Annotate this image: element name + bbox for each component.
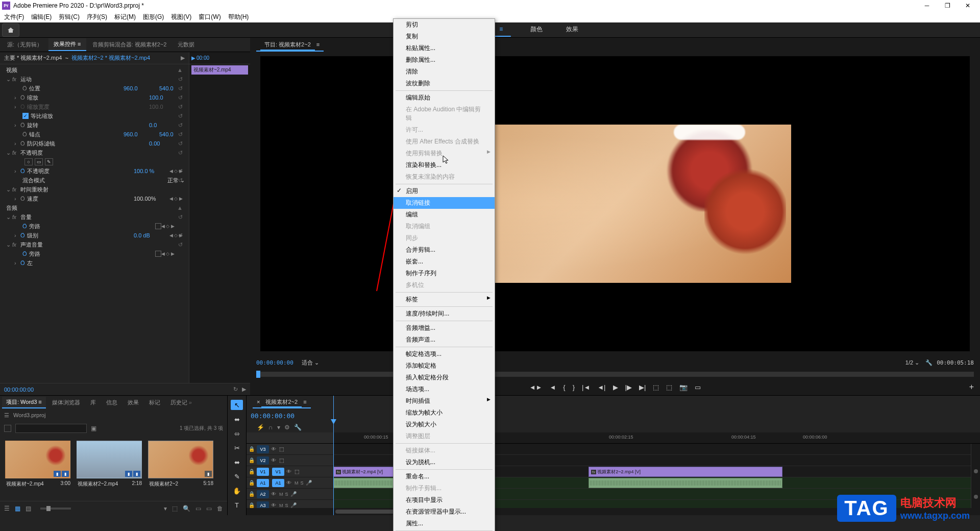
tab-markers[interactable]: 标记 [145, 397, 164, 408]
home-button[interactable] [2, 23, 19, 37]
play-icon[interactable]: ▶ [613, 383, 618, 391]
minimize-button[interactable]: ─ [917, 0, 937, 11]
menu-item[interactable]: 缩放为帧大小 [394, 407, 495, 419]
rect-mask[interactable]: ▭ [35, 158, 43, 165]
ingest-icon[interactable]: ▣ [91, 425, 96, 432]
menu-item[interactable]: 速度/持续时间... [394, 308, 495, 320]
menu-item[interactable]: 嵌套... [394, 256, 495, 268]
menu-item[interactable]: 插入帧定格分段 [394, 372, 495, 383]
lift-icon[interactable]: ⬚ [653, 383, 659, 391]
export-frame-icon[interactable]: 📷 [679, 383, 688, 391]
export-icon[interactable]: ▶ [242, 386, 246, 393]
eye-icon[interactable]: 👁 [271, 446, 277, 452]
menu-item[interactable]: 复制 [394, 31, 495, 42]
pen-tool-icon[interactable]: ✎ [231, 471, 243, 481]
go-end-icon[interactable]: ▶| [639, 383, 646, 391]
ripple-tool-icon[interactable]: ⬄ [231, 428, 243, 439]
tab-effects[interactable]: 效果 [124, 397, 143, 408]
track-v1-header[interactable]: 🔒V1V1👁⬚ [247, 466, 333, 477]
tab-libraries[interactable]: 库 [86, 397, 100, 408]
breadcrumb-back-icon[interactable]: ☰ [4, 412, 9, 419]
timeline-ruler[interactable]: 00:00:00:15 00:00:02:15 00:00:04:15 00:0… [247, 432, 980, 444]
reset-icon[interactable]: ↺ [178, 76, 183, 83]
channel-volume-row[interactable]: ⌄fx声道音量↺ [4, 240, 185, 249]
effect-mini-timeline[interactable]: ▶00:00 视频素材~2.mp4 [189, 52, 250, 383]
opacity-row[interactable]: ⌄fx不透明度↺ [4, 148, 185, 157]
collapse-icon[interactable]: ▲ [177, 67, 183, 73]
hand-tool-icon[interactable]: ✋ [231, 486, 243, 496]
timecode-left[interactable]: 00:00:00:00 [256, 359, 293, 366]
workspace-color[interactable]: 颜色 [526, 23, 547, 37]
menu-item[interactable]: 制作子序列 [394, 268, 495, 279]
tab-media-browser[interactable]: 媒体浏览器 [48, 397, 84, 408]
menu-clip[interactable]: 剪辑(C) [59, 13, 80, 21]
loop-icon[interactable]: ↻ [233, 386, 238, 393]
menu-item[interactable]: ✓启用 [394, 185, 495, 197]
tab-effect-controls[interactable]: 效果控件 ≡ [48, 38, 86, 51]
go-start-icon[interactable]: |◄ [582, 383, 590, 391]
tab-source[interactable]: 源:（无剪辑） [2, 39, 47, 51]
search-input[interactable] [15, 424, 87, 433]
timeline-timecode[interactable]: 00:00:00:00 [251, 412, 295, 420]
zoom-slider[interactable] [40, 508, 71, 510]
program-monitor[interactable] [260, 56, 970, 351]
scrollbar-thumb[interactable] [335, 510, 397, 514]
track-a2-header[interactable]: 🔒A2👁MS🎤 [247, 489, 333, 500]
menu-item[interactable]: 编组 [394, 209, 495, 221]
trash-icon[interactable]: 🗑 [217, 505, 223, 512]
menu-item[interactable]: 取消链接 [394, 197, 495, 209]
lock-icon[interactable]: 🔒 [249, 446, 255, 452]
overwrite-icon[interactable]: } [573, 383, 575, 391]
breadcrumb-text[interactable]: Word3.prproj [13, 412, 45, 418]
thumb-3[interactable]: ▮ 视频素材2~25:18 [148, 441, 214, 490]
menu-item[interactable]: 波纹删除 [394, 78, 495, 89]
menu-item[interactable]: 删除属性... [394, 54, 495, 66]
menu-item[interactable]: 重命名... [394, 471, 495, 482]
mark-in-icon[interactable]: ◄► [529, 383, 543, 391]
timecode-right[interactable]: 00:00:05:18 [937, 359, 974, 366]
icon-view-icon[interactable]: ▦ [15, 505, 20, 512]
selection-tool-icon[interactable]: ↖ [231, 400, 243, 410]
playhead[interactable] [333, 396, 334, 515]
menu-sequence[interactable]: 序列(S) [87, 13, 107, 21]
menu-item[interactable]: 设为帧大小 [394, 419, 495, 430]
linked-selection-icon[interactable]: ∩ [268, 424, 273, 431]
wrench-icon[interactable]: 🔧 [925, 359, 933, 366]
tab-project[interactable]: 项目: Word3 ≡ [2, 397, 46, 408]
wrench-timeline-icon[interactable]: 🔧 [294, 424, 302, 431]
tab-audio-mixer[interactable]: 音频剪辑混合器: 视频素材2~2 [87, 39, 172, 51]
menu-view[interactable]: 视图(V) [171, 13, 191, 21]
program-tab[interactable]: 节目: 视频素材2~2 ≡ [256, 39, 324, 52]
scrub-bar[interactable] [256, 372, 974, 377]
pen-mask[interactable]: ✎ [45, 158, 53, 165]
fit-dropdown[interactable]: 适合 ⌄ [302, 359, 319, 367]
razor-tool-icon[interactable]: ✂ [231, 443, 243, 453]
uniform-checkbox[interactable]: ✓ [22, 113, 29, 119]
stopwatch-icon[interactable]: Ö [22, 85, 27, 91]
find-icon[interactable]: 🔍 [183, 505, 190, 512]
menu-file[interactable]: 文件(F) [4, 13, 24, 21]
menu-marker[interactable]: 标记(M) [114, 13, 136, 21]
audio-clip-2[interactable] [589, 478, 782, 488]
tab-history[interactable]: 历史记 » [166, 397, 196, 408]
prev-marker-icon[interactable]: ◄ [549, 383, 556, 391]
marker-icon[interactable]: ▾ [277, 424, 280, 431]
new-bin-icon[interactable]: ▭ [195, 505, 201, 512]
timeline-vscroll[interactable] [971, 444, 980, 508]
position-x[interactable]: 960.0 [124, 85, 159, 91]
insert-icon[interactable]: { [563, 383, 565, 391]
clip-2[interactable]: fx视频素材2~2.mp4 [V] [589, 467, 782, 477]
step-forward-icon[interactable]: |▶ [625, 383, 632, 391]
menu-item[interactable]: 音频声道... [394, 334, 495, 346]
thumb-1[interactable]: ▮▮ 视频素材~2.mp43:00 [5, 441, 71, 490]
automate-icon[interactable]: ⬚ [172, 505, 178, 512]
compare-icon[interactable]: ▭ [695, 383, 701, 391]
timeline-tab[interactable]: × 视频素材2~2 ≡ [253, 397, 311, 408]
thumb-2[interactable]: ▮▮ 视频素材2~2.mp42:18 [77, 441, 143, 490]
menu-item[interactable]: 时间插值▶ [394, 395, 495, 407]
tab-info[interactable]: 信息 [102, 397, 121, 408]
track-a1-header[interactable]: 🔒A1A1👁MS🎤 [247, 477, 333, 489]
freeform-view-icon[interactable]: ▤ [26, 505, 31, 512]
menu-item[interactable]: 在资源管理器中显示... [394, 506, 495, 515]
maximize-button[interactable]: ❐ [937, 0, 958, 11]
